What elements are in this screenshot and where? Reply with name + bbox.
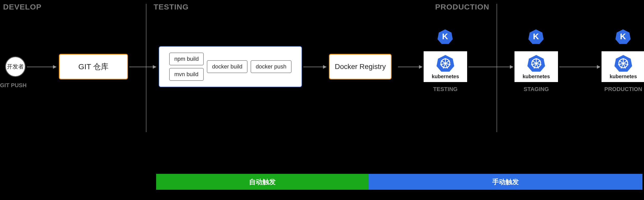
svg-text:K: K <box>442 32 448 41</box>
stage-label-develop: DEVELOP <box>3 3 41 11</box>
kubernetes-staging-caption: STAGING <box>514 86 558 93</box>
arrow-dev-git <box>27 67 56 67</box>
svg-text:K: K <box>620 32 626 41</box>
footer-auto-trigger: 自动触发 <box>156 174 369 190</box>
kubernetes-testing-brand: kubernetes <box>432 74 459 79</box>
arrow-testing-staging <box>468 67 513 67</box>
kubernetes-testing-box: kubernetes <box>424 51 467 82</box>
stage-label-production: PRODUCTION <box>435 3 489 11</box>
stage-label-testing: TESTING <box>154 3 189 11</box>
arrow-git-build <box>129 67 156 67</box>
arrow-build-registry <box>303 67 326 67</box>
docker-registry-box: Docker Registry <box>329 54 392 79</box>
kubernetes-badge-icon: K <box>437 29 453 45</box>
kubernetes-staging-box: kubernetes <box>514 51 558 82</box>
stage-divider-1 <box>146 4 146 132</box>
build-step-npm: npm build <box>169 53 204 65</box>
svg-text:K: K <box>533 32 539 41</box>
build-col-lang: npm build mvn build <box>169 53 204 81</box>
build-steps-box: npm build mvn build docker build docker … <box>159 46 302 87</box>
kubernetes-wheel-icon <box>614 54 632 73</box>
git-repo-label: GIT 仓库 <box>78 62 109 72</box>
actor-caption-gitpush: GIT PUSH <box>0 82 27 89</box>
arrow-registry-k8s-testing <box>398 67 422 67</box>
kubernetes-wheel-icon <box>527 54 545 73</box>
build-step-mvn: mvn build <box>169 68 204 81</box>
kubernetes-production-brand: kubernetes <box>610 74 637 79</box>
kubernetes-badge-icon: K <box>615 29 631 45</box>
kubernetes-production-caption: PRODUCTION <box>602 86 644 93</box>
kubernetes-production-box: kubernetes <box>602 51 644 82</box>
kubernetes-wheel-icon <box>436 54 455 73</box>
actor-developer: 开发者 <box>5 56 26 77</box>
footer-manual-trigger: 手动触发 <box>369 174 642 190</box>
kubernetes-badge-icon: K <box>528 29 544 45</box>
git-repo-box: GIT 仓库 <box>59 54 128 79</box>
arrow-staging-production <box>559 67 600 67</box>
actor-developer-label: 开发者 <box>7 63 24 71</box>
kubernetes-staging-brand: kubernetes <box>523 74 550 79</box>
docker-registry-label: Docker Registry <box>330 63 391 71</box>
build-step-docker-build: docker build <box>207 60 248 73</box>
stage-divider-2 <box>497 4 497 132</box>
build-step-docker-push: docker push <box>251 60 292 73</box>
kubernetes-testing-caption: TESTING <box>424 86 467 93</box>
